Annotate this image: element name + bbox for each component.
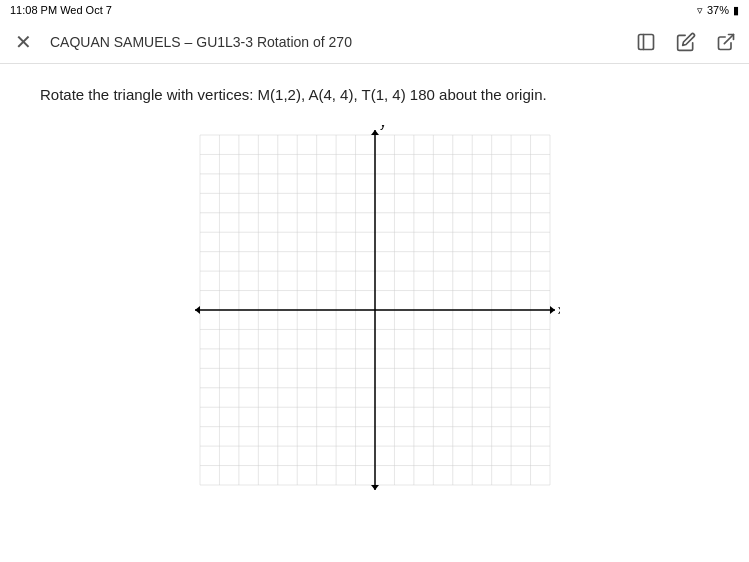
svg-line-2 bbox=[724, 34, 733, 43]
wifi-icon: ▿ bbox=[697, 4, 703, 17]
status-bar: 11:08 PM Wed Oct 7 ▿ 37% ▮ bbox=[0, 0, 749, 20]
toolbar: ✕ CAQUAN SAMUELS – GU1L3-3 Rotation of 2… bbox=[0, 20, 749, 64]
battery-text: 37% bbox=[707, 4, 729, 16]
graph-container bbox=[40, 125, 709, 495]
graph-wrapper bbox=[190, 125, 560, 495]
svg-rect-0 bbox=[639, 34, 654, 49]
external-link-icon[interactable] bbox=[715, 31, 737, 53]
search-icon[interactable] bbox=[635, 31, 657, 53]
toolbar-left: ✕ CAQUAN SAMUELS – GU1L3-3 Rotation of 2… bbox=[12, 31, 352, 53]
document-title: CAQUAN SAMUELS – GU1L3-3 Rotation of 270 bbox=[50, 34, 352, 50]
main-content: Rotate the triangle with vertices: M(1,2… bbox=[0, 64, 749, 515]
coordinate-plane[interactable] bbox=[190, 125, 560, 495]
close-button[interactable]: ✕ bbox=[12, 31, 34, 53]
status-time: 11:08 PM Wed Oct 7 bbox=[10, 4, 112, 16]
toolbar-right bbox=[635, 31, 737, 53]
question-text: Rotate the triangle with vertices: M(1,2… bbox=[40, 84, 709, 107]
battery-icon: ▮ bbox=[733, 4, 739, 17]
status-right: ▿ 37% ▮ bbox=[697, 4, 739, 17]
edit-icon[interactable] bbox=[675, 31, 697, 53]
